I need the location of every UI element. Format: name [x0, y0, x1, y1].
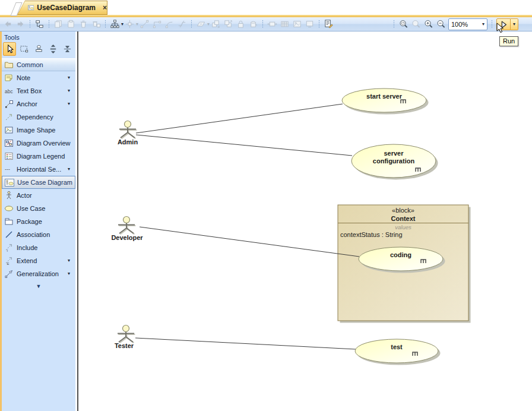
anchor-icon: [4, 99, 14, 109]
marquee-select-tool-button[interactable]: [17, 42, 30, 56]
forward-button[interactable]: [14, 18, 27, 30]
containment-tree-button[interactable]: [33, 18, 46, 30]
image-shape-icon: [4, 125, 14, 135]
actor-admin[interactable]: Admin: [118, 121, 138, 146]
use-case-diagram-icon: [28, 4, 34, 12]
section-header-use-case-diagram[interactable]: Use Case Diagram: [2, 176, 75, 189]
chevron-down-icon: ▼: [36, 283, 42, 289]
copy-icon: [53, 19, 64, 29]
vertical-spread-tool-button[interactable]: [46, 42, 59, 56]
containment-tree-icon: [34, 19, 45, 29]
fit-in-window-button[interactable]: [303, 18, 316, 30]
lock-shape-button[interactable]: [235, 18, 247, 30]
zoom-in-button[interactable]: [422, 18, 435, 30]
grid-button[interactable]: [278, 18, 291, 30]
zoom-1-1-button[interactable]: [410, 18, 422, 30]
oblique-path-button[interactable]: [138, 18, 151, 30]
close-icon[interactable]: ×: [103, 4, 107, 12]
compress-vertical-icon: [62, 44, 72, 54]
use-case-start-server[interactable]: start server: [342, 88, 429, 115]
rectilinear-path-button[interactable]: [151, 18, 163, 30]
chevron-down-icon[interactable]: ▾: [68, 167, 70, 172]
toolbar-separator: [29, 20, 31, 29]
grid-icon: [280, 19, 290, 29]
association-admin-startserver[interactable]: [136, 104, 343, 133]
horizontal-separator-icon: ---: [4, 165, 14, 174]
zoom-level-select[interactable]: 100% ▾: [448, 18, 487, 30]
chevron-down-icon[interactable]: ▾: [68, 258, 70, 263]
copy-button[interactable]: [52, 18, 65, 30]
diagram-tab[interactable]: UseCaseDiagram ×: [17, 1, 107, 15]
quick-layout-button[interactable]: [109, 18, 121, 30]
association-developer-coding[interactable]: [140, 227, 359, 257]
sidebar-item-label: Extend: [17, 257, 37, 264]
sidebar-item-anchor[interactable]: Anchor ▾: [2, 97, 75, 110]
toolbar-separator: [393, 20, 395, 29]
sidebar-item-dependency[interactable]: Dependency: [2, 110, 75, 124]
layout-tree-icon: [110, 19, 120, 29]
selection-tool-button[interactable]: [3, 42, 16, 56]
paste-button[interactable]: [65, 18, 77, 30]
actor-tester[interactable]: Tester: [115, 325, 135, 350]
bring-to-front-button[interactable]: [210, 18, 222, 30]
autosize-icon: [267, 19, 277, 29]
sidebar-item-association[interactable]: Association: [2, 228, 75, 241]
reset-style-button[interactable]: [247, 18, 259, 30]
sidebar-item-label: Use Case: [17, 205, 45, 212]
autosize-button[interactable]: [266, 18, 278, 30]
sidebar-item-note[interactable]: Note ▾: [2, 71, 75, 84]
sidebar-item-generalization[interactable]: Generalization ▾: [2, 267, 75, 280]
curved-path-button[interactable]: [163, 18, 176, 30]
use-case-ellipse-icon: [4, 204, 14, 213]
main-toolbar: ▾ ▾ ▾: [0, 17, 532, 31]
chevron-down-icon[interactable]: ▾: [68, 102, 70, 106]
sidebar-item-text-box[interactable]: abc Text Box ▾: [2, 84, 75, 97]
diagram-canvas[interactable]: «block» Context values contextStatus : S…: [77, 31, 532, 411]
folder-icon: [4, 60, 14, 69]
use-case-server-configuration[interactable]: server configuration: [352, 144, 438, 180]
chevron-down-icon[interactable]: ▾: [68, 88, 70, 93]
sidebar-item-include[interactable]: I Include: [2, 241, 75, 254]
vertical-compress-tool-button[interactable]: [61, 42, 74, 56]
delete-with-dependencies-button[interactable]: [90, 18, 102, 30]
remove-breakpoints-button[interactable]: [176, 18, 188, 30]
palette-expander[interactable]: ▼: [2, 280, 75, 289]
use-case-label: test: [391, 343, 403, 350]
use-case-test[interactable]: test: [355, 339, 441, 365]
block-stereotype: «block»: [392, 207, 414, 214]
sidebar-item-diagram-overview[interactable]: Diagram Overview: [2, 137, 75, 150]
image-icon: [292, 19, 302, 29]
association-admin-serverconfiguration[interactable]: [136, 135, 352, 156]
svg-text:E: E: [7, 262, 10, 265]
image-export-button[interactable]: [291, 18, 303, 30]
back-button[interactable]: [2, 18, 14, 30]
sidebar-item-diagram-legend[interactable]: Diagram Legend: [2, 150, 75, 163]
send-to-back-button[interactable]: [222, 18, 235, 30]
diagram-properties-button[interactable]: [322, 18, 335, 30]
section-header-common[interactable]: Common: [2, 58, 75, 71]
chevron-down-icon[interactable]: ▾: [68, 75, 70, 80]
sticky-tool-button[interactable]: [32, 42, 45, 56]
layout-options-button[interactable]: [124, 18, 136, 30]
draw-path-button[interactable]: [195, 18, 207, 30]
sidebar-item-label: Package: [17, 218, 42, 225]
sidebar-item-horizontal-separator[interactable]: --- Horizontal Se... ▾: [2, 163, 75, 176]
sidebar-item-actor[interactable]: Actor: [2, 189, 75, 202]
send-to-back-icon: [223, 19, 233, 29]
association-tester-test[interactable]: [135, 338, 356, 349]
zoom-out-button[interactable]: [435, 18, 447, 30]
delete-button[interactable]: [77, 18, 90, 30]
chevron-down-icon[interactable]: ▾: [68, 271, 70, 276]
dependency-arrow-icon: [4, 112, 14, 122]
run-options-button[interactable]: ▾: [511, 18, 518, 30]
sidebar-item-image-shape[interactable]: Image Shape: [2, 124, 75, 137]
chevron-down-icon: ▾: [513, 22, 515, 27]
toolbar-separator: [191, 20, 192, 29]
sidebar-item-use-case[interactable]: Use Case: [2, 202, 75, 215]
actor-label: Developer: [111, 234, 143, 241]
zoom-region-button[interactable]: [397, 18, 410, 30]
sidebar-item-package[interactable]: Package: [2, 215, 75, 228]
sidebar-item-label: Association: [17, 231, 50, 238]
sidebar-item-extend[interactable]: E Extend ▾: [2, 254, 75, 267]
actor-developer[interactable]: Developer: [111, 217, 143, 242]
